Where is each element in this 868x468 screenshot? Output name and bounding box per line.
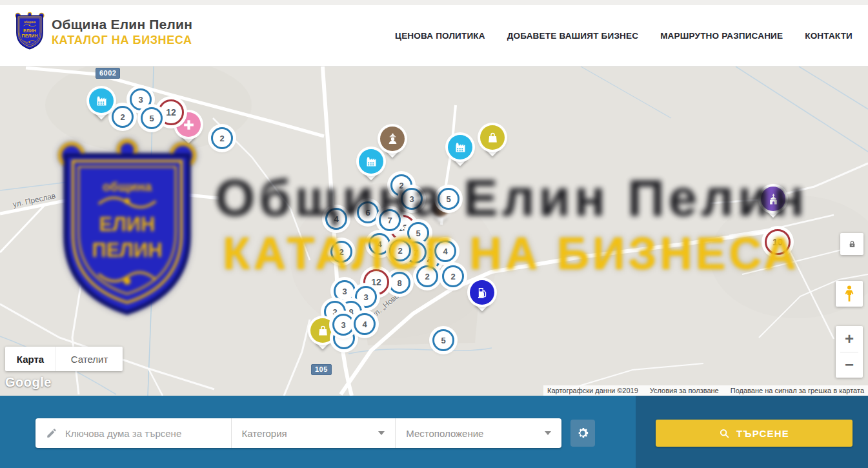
cluster-marker[interactable]: 8 [389,272,410,294]
cluster-marker[interactable]: 5 [438,188,459,210]
zoom-in-button[interactable]: + [836,326,863,352]
cluster-marker[interactable]: 3 [334,280,356,302]
cluster-marker[interactable]: 4 [434,240,456,262]
keyword-input[interactable] [65,428,220,439]
advanced-settings-button[interactable] [570,420,595,447]
nav-route-schedule[interactable]: МАРШРУТНО РАЗПИСАНИЕ [660,31,783,41]
pegman-icon [842,285,857,303]
category-select[interactable]: Категория [232,428,396,439]
cluster-marker[interactable]: 3 [332,314,354,336]
nav-pricing-policy[interactable]: ЦЕНОВА ПОЛИТИКА [395,31,485,41]
keyword-field[interactable] [35,427,231,439]
shopping-bag-icon [480,125,505,150]
shopping-bag-icon [310,318,335,343]
cluster-marker[interactable]: 2 [389,239,411,261]
cluster-marker[interactable]: 2 [330,241,352,263]
search-icon [719,428,730,439]
map-canvas[interactable]: община ЕЛИН ПЕЛИН Община Елин Пелин КАТА… [0,66,868,396]
chevron-down-icon [378,431,385,435]
header: община ЕЛИН ПЕЛИН Община Елин Пелин КАТА… [0,5,868,66]
attribution-report-link[interactable]: Подаване на сигнал за грешка в картата [731,387,864,394]
cluster-marker[interactable]: 5 [407,222,429,244]
emblem-region-label: община [24,20,35,24]
main-nav: ЦЕНОВА ПОЛИТИКА ДОБАВЕТЕ ВАШИЯТ БИЗНЕС М… [395,5,853,66]
worker-icon [380,127,405,151]
page-subtitle: КАТАЛОГ НА БИЗНЕСА [52,34,192,47]
cluster-marker[interactable]: 6 [357,201,379,223]
search-bar: Категория Местоположение ТЪРСЕНЕ [0,396,868,468]
municipality-emblem-icon: община ЕЛИН ПЕЛИН [14,12,45,52]
cluster-marker[interactable]: 10 [765,229,791,255]
nav-add-your-business[interactable]: ДОБАВЕТЕ ВАШИЯТ БИЗНЕС [507,31,638,41]
zoom-control: + − [836,326,863,378]
cluster-marker[interactable]: 2 [112,106,134,128]
factory-icon [359,149,383,174]
pegman-control[interactable] [836,281,863,307]
map-type-satellite-button[interactable]: Сателит [56,347,123,371]
road-badge: 6002 [96,68,120,79]
cluster-marker[interactable]: 4 [325,208,347,230]
cluster-marker[interactable]: 7 [379,209,401,231]
chevron-down-icon [545,431,551,435]
nav-contacts[interactable]: КОНТАКТИ [805,31,853,41]
cluster-marker[interactable]: 4 [368,233,390,255]
site-logo[interactable]: община ЕЛИН ПЕЛИН Община Елин Пелин КАТА… [14,12,192,52]
gear-icon [576,426,590,440]
cluster-marker[interactable]: 2 [211,127,233,149]
google-logo[interactable]: Google [5,375,52,390]
zoom-out-button[interactable]: − [836,352,863,378]
attribution-terms-link[interactable]: Условия за ползване [650,387,719,394]
map-type-map-button[interactable]: Карта [5,347,56,371]
cluster-marker[interactable]: 2 [442,265,464,287]
emblem-name-line2: ПЕЛИН [22,34,38,38]
cluster-marker[interactable]: 3 [401,188,423,210]
emblem-name-line1: ЕЛИН [23,28,36,33]
fuel-icon [470,280,494,305]
lock-button[interactable] [840,233,863,255]
location-value: Местоположение [406,428,483,439]
cluster-marker[interactable]: 5 [141,107,163,129]
pencil-icon [46,427,57,439]
factory-icon [89,88,114,113]
page-title: Община Елин Пелин [52,17,192,32]
category-value: Категория [242,428,287,439]
attribution-copyright: Картографски данни ©2019 [547,387,638,394]
search-button[interactable]: ТЪРСЕНЕ [656,420,853,447]
search-button-label: ТЪРСЕНЕ [736,428,789,439]
map-attribution: Картографски данни ©2019 Условия за полз… [543,385,868,396]
top-strip [0,0,868,5]
map-type-control: Карта Сателит [5,347,123,371]
cluster-marker[interactable]: 5 [432,329,454,351]
cluster-marker[interactable]: 4 [354,313,376,335]
page: община ЕЛИН ПЕЛИН Община Елин Пелин КАТА… [0,0,868,468]
church-icon [761,187,785,211]
road-badge: 105 [311,364,332,375]
location-select[interactable]: Местоположение [396,428,561,439]
lock-icon [847,239,857,249]
cluster-marker[interactable]: 2 [416,265,438,287]
factory-icon [448,135,472,159]
search-form: Категория Местоположение [35,418,561,448]
